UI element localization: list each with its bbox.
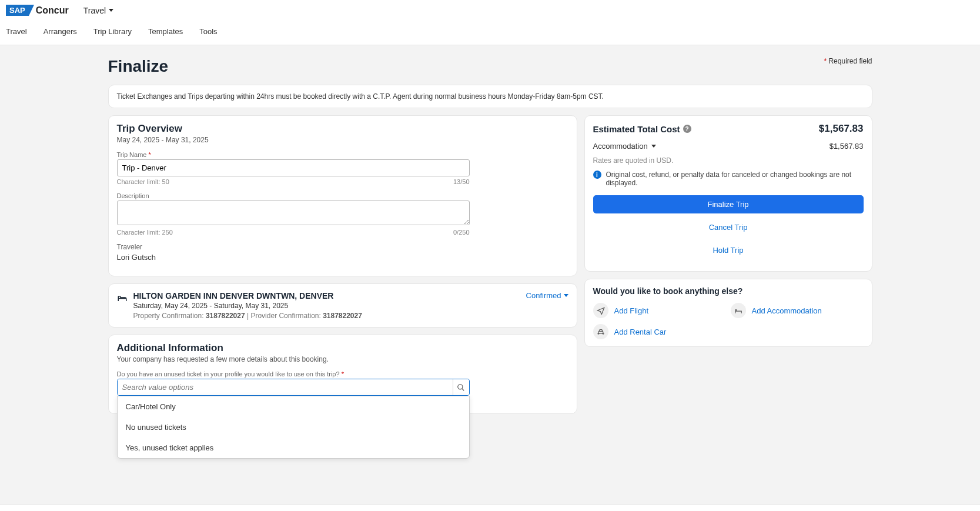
unused-ticket-label: Do you have an unused ticket in your pro…: [117, 370, 568, 378]
trip-name-input[interactable]: [117, 159, 470, 176]
trip-overview-card: Trip Overview May 24, 2025 - May 31, 202…: [108, 115, 577, 276]
add-rental-car-button[interactable]: Add Rental Car: [593, 324, 726, 339]
trip-overview-heading: Trip Overview: [117, 123, 568, 135]
chevron-down-icon: [651, 145, 656, 148]
trip-name-count: 13/50: [453, 178, 470, 185]
trip-name-label: Trip Name *: [117, 151, 568, 158]
cost-total: $1,567.83: [819, 123, 864, 135]
traveler-name: Lori Gutsch: [117, 253, 568, 262]
hotel-dates: Saturday, May 24, 2025 - Saturday, May 3…: [133, 302, 362, 310]
unused-ticket-combobox[interactable]: [117, 379, 470, 396]
confirmed-toggle[interactable]: Confirmed: [526, 291, 568, 300]
hotel-confirmation: Property Confirmation: 3187822027 | Prov…: [133, 312, 362, 320]
subnav-templates[interactable]: Templates: [148, 27, 183, 36]
hotel-name: HILTON GARDEN INN DENVER DWNTWN, DENVER: [133, 291, 362, 300]
additional-info-card: Additional Information Your company has …: [108, 335, 577, 414]
search-icon: [457, 383, 465, 392]
cost-card: Estimated Total Cost ? $1,567.83 Accommo…: [584, 115, 872, 272]
add-flight-button[interactable]: Add Flight: [593, 303, 726, 318]
subnav-tools[interactable]: Tools: [199, 27, 217, 36]
required-hint: * Required field: [824, 57, 872, 65]
description-count: 0/250: [453, 229, 470, 236]
bed-icon: [117, 292, 128, 303]
cost-title: Estimated Total Cost ?: [593, 124, 691, 134]
option-no-unused[interactable]: No unused tickets: [118, 417, 469, 437]
additional-heading: Additional Information: [117, 342, 568, 354]
airplane-icon: [593, 303, 608, 318]
subnav-trip-library[interactable]: Trip Library: [93, 27, 132, 36]
hotel-card: HILTON GARDEN INN DENVER DWNTWN, DENVER …: [108, 283, 577, 328]
book-else-title: Would you like to book anything else?: [593, 286, 864, 296]
unused-ticket-input[interactable]: [118, 379, 453, 395]
bed-icon: [731, 303, 746, 318]
notice-banner: Ticket Exchanges and Trips departing wit…: [108, 85, 872, 108]
subnav: Travel Arrangers Trip Library Templates …: [0, 21, 980, 45]
svg-line-1: [462, 388, 464, 390]
info-icon: i: [593, 171, 601, 179]
subnav-travel[interactable]: Travel: [6, 27, 27, 36]
description-limit: Character limit: 250: [117, 229, 173, 236]
product-dropdown[interactable]: Travel: [83, 6, 113, 15]
hold-trip-button[interactable]: Hold Trip: [593, 241, 864, 259]
unused-ticket-dropdown: Car/Hotel Only No unused tickets Yes, un…: [117, 396, 470, 459]
add-accommodation-button[interactable]: Add Accommodation: [731, 303, 864, 318]
description-input[interactable]: [117, 201, 470, 225]
cancel-trip-button[interactable]: Cancel Trip: [593, 218, 864, 236]
description-label: Description: [117, 192, 568, 199]
accommodation-toggle[interactable]: Accommodation: [593, 142, 656, 151]
concur-text: Concur: [36, 5, 69, 16]
finalize-trip-button[interactable]: Finalize Trip: [593, 195, 864, 213]
product-label: Travel: [83, 6, 106, 15]
top-header: SAP Concur Travel: [0, 0, 980, 21]
cost-info-row: i Original cost, refund, or penalty data…: [593, 171, 864, 187]
traveler-label: Traveler: [117, 243, 568, 251]
car-icon: [593, 324, 608, 339]
brand-logo[interactable]: SAP Concur: [6, 5, 69, 16]
sap-badge: SAP: [6, 5, 29, 16]
option-yes-unused[interactable]: Yes, unused ticket applies: [118, 437, 469, 458]
subnav-arrangers[interactable]: Arrangers: [44, 27, 77, 36]
footer: SAP Concur: [0, 504, 980, 511]
svg-point-0: [458, 384, 463, 389]
help-icon[interactable]: ?: [683, 125, 691, 133]
book-else-card: Would you like to book anything else? Ad…: [584, 279, 872, 347]
trip-name-limit: Character limit: 50: [117, 178, 169, 185]
quote-note: Rates are quoted in USD.: [593, 156, 864, 165]
chevron-down-icon: [564, 294, 568, 297]
additional-sub: Your company has requested a few more de…: [117, 355, 568, 363]
search-icon-button[interactable]: [453, 379, 469, 395]
chevron-down-icon: [109, 9, 113, 12]
accommodation-value: $1,567.83: [830, 142, 864, 151]
trip-date-range: May 24, 2025 - May 31, 2025: [117, 136, 568, 144]
option-car-hotel-only[interactable]: Car/Hotel Only: [118, 396, 469, 417]
page-title: Finalize: [108, 57, 169, 76]
